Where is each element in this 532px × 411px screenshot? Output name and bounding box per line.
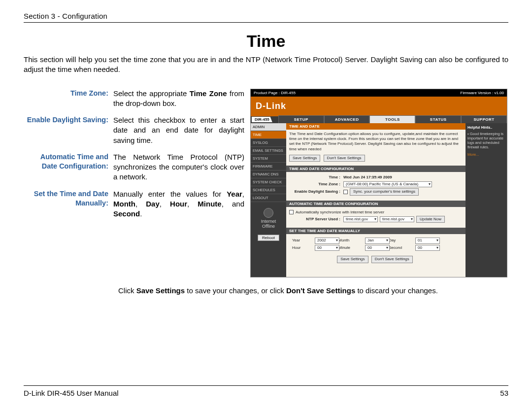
- auto-sync-label: Automatically synchronize with Internet …: [296, 210, 384, 215]
- hour-select[interactable]: 00: [315, 245, 339, 251]
- ntp-text[interactable]: time.nist.gov: [343, 216, 378, 222]
- internet-status: Internet Offline: [251, 206, 286, 231]
- dontsave-button-bottom[interactable]: Don't Save Settings: [371, 256, 413, 263]
- m-i: ,: [187, 200, 198, 208]
- side-system[interactable]: SYSTEM: [251, 155, 286, 163]
- firmware-label: Firmware Version : v1.00: [461, 91, 504, 95]
- month-label: Month: [338, 238, 362, 243]
- bn-a: Click: [118, 286, 136, 295]
- m-j: Minute: [198, 200, 221, 208]
- day-label: Day: [389, 238, 412, 243]
- globe-icon: [264, 208, 273, 218]
- save-button-bottom[interactable]: Save Settings: [337, 256, 368, 263]
- help-title: Helpful Hints..: [467, 125, 505, 130]
- def-text-manual: Manually enter the values for Year, Mont…: [113, 189, 250, 219]
- footer-page-number: 53: [500, 389, 508, 397]
- bn-d: Don't Save Settings: [286, 286, 355, 295]
- panel-desc: The Time and Date Configuration option a…: [289, 132, 463, 152]
- m-a: Manually enter the values for: [113, 190, 227, 198]
- m-c: ,: [242, 190, 244, 198]
- side-admin[interactable]: ADMIN: [251, 123, 286, 131]
- auto-sync-checkbox[interactable]: [289, 210, 294, 214]
- eds-label: Enable Daylight Saving :: [289, 189, 343, 194]
- minute-select[interactable]: 00: [365, 245, 390, 251]
- m-l: Second: [113, 209, 140, 218]
- product-page-label: Product Page : DIR-455: [254, 91, 296, 95]
- section-header: Section 3 - Configuration: [24, 12, 508, 22]
- panel-title-auto: AUTOMATIC TIME AND DATE CONFIGURATION: [286, 201, 466, 207]
- day-select[interactable]: 01: [415, 238, 440, 243]
- second-select[interactable]: 00: [415, 245, 440, 251]
- year-select[interactable]: 2002: [315, 238, 339, 243]
- def-text-auto: The Network Time Protocol (NTP) synchron…: [113, 152, 250, 182]
- help-more-link[interactable]: More...: [467, 152, 505, 157]
- m-b: Year: [227, 190, 242, 198]
- ntp-select[interactable]: time.nist.gov: [380, 216, 414, 222]
- def-label-auto: Automatic Time and Date Configuration:: [24, 152, 113, 182]
- page-title: Time: [24, 32, 508, 51]
- side-syslog[interactable]: SYSLOG: [251, 139, 286, 147]
- brand-logo: D-Link: [256, 101, 286, 111]
- dontsave-button-top[interactable]: Don't Save Settings: [324, 155, 365, 162]
- reboot-button[interactable]: Reboot: [258, 235, 279, 241]
- offline-label: Offline: [253, 224, 284, 229]
- side-logout[interactable]: LOGOUT: [251, 194, 286, 202]
- tab-setup[interactable]: SETUP: [278, 115, 324, 124]
- update-now-button[interactable]: Update Now: [416, 216, 445, 223]
- m-g: ,: [160, 200, 170, 208]
- internet-label: Internet: [253, 219, 284, 224]
- minute-label: Minute: [338, 245, 362, 250]
- panel-title-cfg: TIME AND DATE CONFIGURATION: [286, 166, 466, 172]
- m-k: , and: [222, 200, 244, 208]
- def-text-eds: Select this checkbox to enter a start da…: [113, 115, 250, 145]
- footer-left: D-Link DIR-455 User Manual: [24, 389, 119, 397]
- tab-advanced[interactable]: ADVANCED: [324, 115, 370, 124]
- tab-tools[interactable]: TOOLS: [369, 115, 415, 124]
- side-email[interactable]: EMAIL SETTINGS: [251, 147, 286, 155]
- side-firmware[interactable]: FIRMWARE: [251, 163, 286, 171]
- tab-support[interactable]: SUPPORT: [461, 115, 507, 124]
- panel-title-manual: SET THE TIME AND DATE MANUALLY: [286, 228, 466, 234]
- help-text: • Good timekeeping is important for accu…: [467, 132, 505, 149]
- time-label: Time :: [289, 175, 343, 180]
- m-h: Hour: [170, 200, 187, 208]
- bn-b: Save Settings: [136, 286, 185, 295]
- sync-button[interactable]: Sync. your computer's time settings: [350, 188, 419, 195]
- bn-e: to discard your changes.: [355, 286, 438, 295]
- eds-checkbox[interactable]: [343, 190, 348, 194]
- time-value: Wed Jun 24 17:35:49 2009: [343, 175, 392, 180]
- hour-label: Hour: [292, 245, 312, 250]
- m-f: Day: [146, 200, 160, 208]
- tz-b: Time Zone: [190, 89, 227, 98]
- side-schedules[interactable]: SCHEDULES: [251, 186, 286, 194]
- model-badge: DIR-455: [252, 117, 272, 122]
- tz-select[interactable]: (GMT-08:00) Pacific Time (US & Canada): [343, 181, 432, 187]
- m-m: .: [140, 209, 142, 218]
- side-time[interactable]: TIME: [251, 131, 286, 139]
- router-screenshot: Product Page : DIR-455 Firmware Version …: [250, 89, 507, 277]
- tab-status[interactable]: STATUS: [415, 115, 461, 124]
- bottom-note: Click Save Settings to save your changes…: [118, 286, 508, 295]
- side-syscheck[interactable]: SYSTEM CHECK: [251, 178, 286, 186]
- bottom-rule: [24, 385, 508, 386]
- def-label-manual: Set the Time and Date Manually:: [24, 189, 113, 219]
- def-text-timezone: Select the appropriate Time Zone from th…: [113, 89, 250, 109]
- def-label-timezone: Time Zone:: [24, 89, 113, 109]
- m-d: Month: [113, 200, 135, 208]
- m-e: ,: [135, 200, 146, 208]
- save-button-top[interactable]: Save Settings: [289, 155, 320, 162]
- second-label: Second: [389, 245, 412, 250]
- panel-title-main: TIME AND DATE: [286, 123, 466, 130]
- tz-a: Select the appropriate: [113, 89, 190, 98]
- month-select[interactable]: Jan: [365, 238, 390, 243]
- bn-c: to save your changes, or click: [185, 286, 286, 295]
- year-label: Year: [292, 238, 312, 243]
- intro-paragraph: This section will help you set the time …: [24, 55, 508, 75]
- top-rule: [24, 22, 508, 23]
- side-ddns[interactable]: DYNAMIC DNS: [251, 171, 286, 178]
- ntp-label: NTP Server Used :: [289, 217, 343, 222]
- def-label-eds: Enable Daylight Saving:: [24, 115, 113, 145]
- tz-label: Time Zone :: [289, 182, 343, 187]
